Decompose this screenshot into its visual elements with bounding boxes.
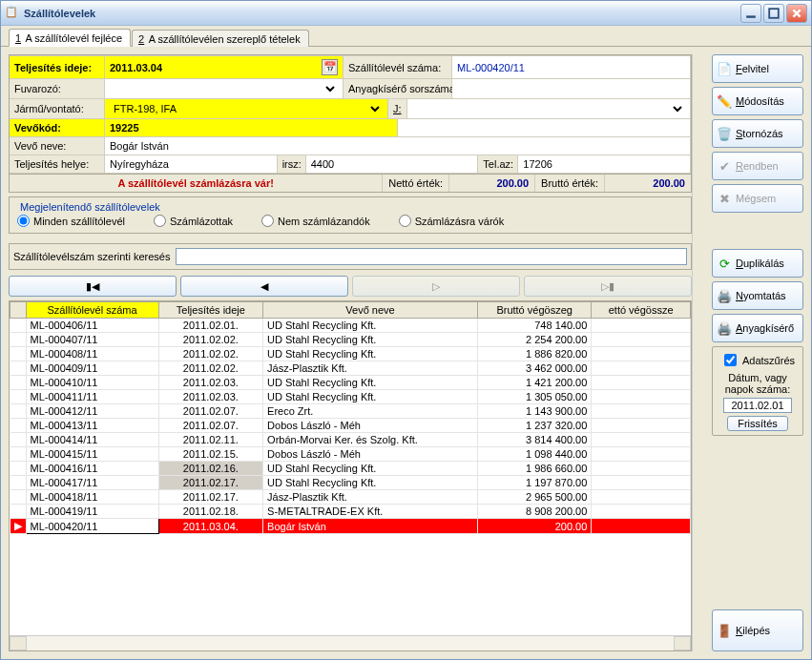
status-row: A szállítólevél számlázásra vár! Nettó é… — [9, 175, 692, 193]
table-row[interactable]: ML-000409/112011.02.02.Jász-Plasztik Kft… — [10, 361, 691, 376]
label-telaz: Tel.az: — [478, 155, 518, 174]
adatszures-checkbox[interactable]: Adatszűrés — [720, 351, 795, 369]
table-row[interactable]: ML-000407/112011.02.02.UD Stahl Recyclin… — [10, 333, 691, 347]
filter-radio-1[interactable]: Számlázottak — [154, 215, 233, 227]
modositas-button[interactable]: ✏️Módosítás — [712, 87, 803, 115]
check-icon: ✔ — [717, 158, 732, 174]
rendben-button: ✔Rendben — [712, 152, 803, 180]
table-row[interactable]: ML-000418/112011.02.17.Jász-Plasztik Kft… — [10, 490, 691, 505]
nav-next-button[interactable]: ▷ — [352, 276, 520, 297]
anyagkisero-button[interactable]: 🖨️Anyagkísérő — [712, 314, 803, 342]
column-header[interactable]: Vevő neve — [263, 302, 478, 319]
filter-radio-3[interactable]: Számlázásra várók — [399, 215, 505, 227]
label-irsz: irsz: — [278, 155, 306, 174]
status-message: A szállítólevél számlázásra vár! — [10, 175, 383, 192]
field-vevoneve: Bogár István — [105, 137, 691, 155]
column-header[interactable]: Teljesítés ideje — [158, 302, 262, 319]
field-fuvarozo[interactable] — [105, 79, 344, 99]
titlebar: 📋 Szállítólevelek — [1, 1, 811, 26]
field-vevokod[interactable]: 19225 — [105, 119, 398, 137]
filter-radio-0[interactable]: Minden szállítólevél — [17, 215, 125, 227]
nav-first-button[interactable]: ▮◀ — [9, 276, 177, 297]
maximize-button[interactable] — [763, 4, 784, 23]
field-telaz: 17206 — [518, 155, 691, 174]
felvitel-button[interactable]: 📄Felvitel — [712, 54, 803, 83]
data-grid[interactable]: Szállítólevél számaTeljesítés idejeVevő … — [10, 301, 691, 635]
label-jarmu: Jármű/vontató: — [10, 99, 105, 119]
column-header[interactable]: Bruttó végöszeg — [477, 302, 591, 319]
table-row[interactable]: ML-000406/112011.02.01.UD Stahl Recyclin… — [10, 319, 691, 333]
window-title: Szállítólevelek — [24, 8, 740, 19]
vertical-scrollbar[interactable] — [692, 54, 706, 651]
label-vevoneve: Vevő neve: — [10, 137, 105, 155]
duplikalas-button[interactable]: ⟳Duplikálás — [712, 249, 803, 278]
print-icon: 🖨️ — [717, 320, 732, 336]
search-label: Szállítólevélszám szerinti keresés — [13, 251, 170, 262]
field-jarmu[interactable]: FTR-198, IFA — [105, 99, 388, 119]
tab-header[interactable]: 1 A szállítólevél fejléce — [9, 29, 131, 47]
table-row[interactable]: ML-000412/112011.02.07.Ereco Zrt.1 143 9… — [10, 404, 691, 419]
label-netto: Nettó érték: — [383, 175, 449, 192]
table-row[interactable]: ML-000410/112011.02.03.UD Stahl Recyclin… — [10, 376, 691, 390]
label-brutto: Bruttó érték: — [535, 175, 605, 192]
column-header[interactable]: ettó végössze — [592, 302, 691, 319]
value-netto: 200.00 — [449, 175, 535, 192]
label-fuvarozo: Fuvarozó: — [10, 79, 105, 99]
filter-box: Adatszűrés Dátum, vagy napok száma: Fris… — [712, 346, 803, 436]
svg-rect-0 — [769, 9, 779, 18]
tab-items[interactable]: 2 A szállítólevélen szereplő tételek — [132, 30, 309, 47]
column-header[interactable]: Szállítólevél száma — [26, 302, 158, 319]
table-row[interactable]: ML-000416/112011.02.16.UD Stahl Recyclin… — [10, 462, 691, 476]
duplicate-icon: ⟳ — [717, 256, 732, 271]
date-filter-label: Dátum, vagy napok száma: — [717, 372, 799, 395]
close-button[interactable] — [786, 4, 807, 23]
kilepes-button[interactable]: 🚪Kilépés — [712, 609, 803, 651]
value-brutto: 200.00 — [605, 175, 691, 192]
table-row[interactable]: ▶ML-000420/112011.03.04.Bogár István200.… — [10, 519, 691, 534]
filter-fieldset: Megjelenítendő szállítólevelek Minden sz… — [9, 196, 692, 234]
label-anyagkisero: Anyagkísérő sorszáma: — [344, 79, 452, 99]
delete-icon: 🗑️ — [717, 126, 732, 141]
exit-icon: 🚪 — [717, 623, 732, 638]
field-teljesites-ideje[interactable]: 2011.03.04 📅 — [105, 55, 344, 79]
minimize-button[interactable] — [740, 4, 761, 23]
nav-last-button[interactable]: ▷▮ — [524, 276, 692, 297]
megsem-button: ✖Mégsem — [712, 184, 803, 213]
table-row[interactable]: ML-000413/112011.02.07.Dobos László - Mé… — [10, 419, 691, 433]
field-szallitolevel-szama[interactable]: ML-000420/11 — [452, 55, 691, 79]
label-teljesites-helye: Teljesítés helye: — [10, 155, 105, 174]
filter-legend: Megjelenítendő szállítólevelek — [17, 201, 163, 213]
table-row[interactable]: ML-000417/112011.02.17.UD Stahl Recyclin… — [10, 476, 691, 490]
field-irsz: 4400 — [306, 155, 479, 174]
field-teljesites-helye: Nyíregyháza — [105, 155, 278, 174]
nav-prev-button[interactable]: ◀ — [180, 276, 348, 297]
table-row[interactable]: ML-000415/112011.02.15.Dobos László - Mé… — [10, 447, 691, 462]
calendar-icon[interactable]: 📅 — [322, 59, 338, 75]
table-row[interactable]: ML-000419/112011.02.18.S-METALTRADE-EX K… — [10, 505, 691, 519]
cancel-icon: ✖ — [717, 191, 732, 206]
table-row[interactable]: ML-000414/112011.02.11.Orbán-Morvai Ker.… — [10, 433, 691, 447]
label-j: J: — [388, 99, 407, 119]
label-vevokod: Vevőkód: — [10, 119, 105, 137]
frissites-button[interactable]: Frissítés — [727, 416, 788, 431]
field-j[interactable] — [407, 99, 691, 119]
app-icon: 📋 — [5, 6, 20, 21]
label-szallitolevel-szama: Szállítólevél száma: — [344, 55, 452, 79]
filter-radio-2[interactable]: Nem számlázandók — [261, 215, 370, 227]
horizontal-scrollbar[interactable] — [10, 635, 691, 650]
edit-icon: ✏️ — [717, 93, 732, 109]
tab-bar: 1 A szállítólevél fejléce 2 A szállítóle… — [1, 26, 811, 47]
print-icon: 🖨️ — [717, 288, 732, 303]
new-icon: 📄 — [717, 61, 732, 76]
table-row[interactable]: ML-000411/112011.02.03.UD Stahl Recyclin… — [10, 390, 691, 404]
field-anyagkisero[interactable] — [452, 79, 691, 99]
stornozas-button[interactable]: 🗑️Stornózás — [712, 119, 803, 148]
nyomtatas-button[interactable]: 🖨️Nyomtatás — [712, 281, 803, 310]
date-filter-input[interactable] — [723, 398, 792, 413]
table-row[interactable]: ML-000408/112011.02.02.UD Stahl Recyclin… — [10, 347, 691, 361]
form-panel: Teljesítés ideje: 2011.03.04 📅 Szállítól… — [9, 54, 692, 175]
label-teljesites-ideje: Teljesítés ideje: — [10, 55, 105, 79]
search-input[interactable] — [176, 248, 687, 265]
